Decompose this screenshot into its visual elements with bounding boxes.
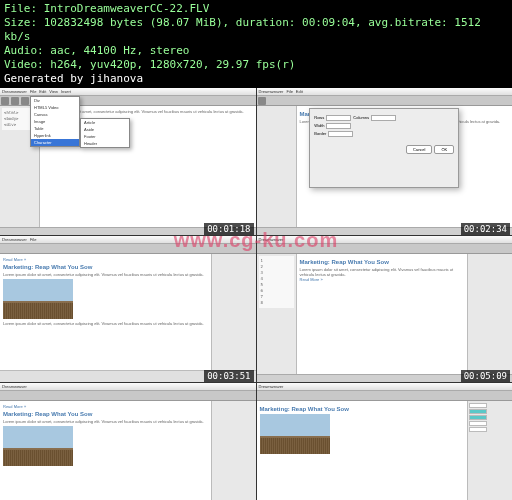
insert-menu[interactable]: Div HTML5 Video Canvas Image Table Hyper… [30,96,80,147]
left-panel[interactable] [257,106,297,227]
right-panel[interactable] [467,254,512,375]
width-input[interactable] [326,123,351,129]
toolbar[interactable] [257,391,513,401]
tool-icon[interactable] [1,97,9,105]
toolbar[interactable] [257,244,513,254]
css-selector[interactable] [469,409,487,414]
wheat-field-image[interactable] [260,414,330,454]
design-view[interactable]: Marketing: Reap What You Sow [257,401,468,500]
cols-input[interactable] [371,115,396,121]
timestamp: 00:03:51 [204,370,253,382]
css-field[interactable] [469,421,487,426]
thumb-1: DreamweaverFileEditViewInsert <html><bod… [0,88,256,235]
thumb-3: DreamweaverFile Read More » Marketing: R… [0,236,256,383]
menubar[interactable]: Dreamweaver [0,383,256,391]
tool-icon[interactable] [258,97,266,105]
timestamp: 00:01:18 [204,223,253,235]
design-view[interactable]: Marketing: Reap What You Sow Lorem ipsum… [297,254,468,375]
menubar[interactable]: DreamweaverFileEditViewInsert [0,88,256,96]
file-line: File: IntroDreamweaverCC-22.FLV [4,2,508,16]
toolbar[interactable] [0,244,256,254]
wheat-field-image[interactable] [3,279,73,319]
timestamp: 00:05:09 [461,370,510,382]
audio-line: Audio: aac, 44100 Hz, stereo [4,44,508,58]
toolbar[interactable] [257,96,513,106]
code-view[interactable]: 12345678 [259,256,294,308]
ok-button[interactable]: OK [434,145,454,154]
thumb-5: Dreamweaver Read More » Marketing: Reap … [0,383,256,500]
file-info-header: File: IntroDreamweaverCC-22.FLV Size: 10… [0,0,512,88]
border-input[interactable] [328,131,353,137]
thumb-4: Dreamweaver 12345678 Marketing: Reap Wha… [257,236,513,383]
thumb-6: Dreamweaver Marketing: Reap What You Sow… [257,383,513,500]
tool-icon[interactable] [11,97,19,105]
css-field[interactable] [469,403,487,408]
right-panel[interactable] [211,254,256,371]
timestamp: 00:02:34 [461,223,510,235]
menubar[interactable]: DreamweaverFile [0,236,256,244]
cancel-button[interactable]: Cancel [406,145,432,154]
wheat-field-image[interactable] [3,426,73,466]
design-view[interactable]: Read More » Marketing: Reap What You Sow… [0,401,211,500]
right-panel[interactable] [211,401,256,500]
design-view[interactable]: Read More » Marketing: Reap What You Sow… [0,254,211,371]
css-panel[interactable] [467,401,512,500]
css-field[interactable] [469,427,487,432]
menubar[interactable]: DreamweaverFileEdit [257,88,513,96]
tool-icon[interactable] [21,97,29,105]
menubar[interactable]: Dreamweaver [257,236,513,244]
rows-input[interactable] [326,115,351,121]
thumb-2: DreamweaverFileEdit Marketing: Reap What… [257,88,513,235]
table-dialog[interactable]: RowsColumns Width Border CancelOK [309,108,459,188]
generated-line: Generated by jihanova [4,72,508,86]
code-panel[interactable]: 12345678 [257,254,297,375]
menubar[interactable]: Dreamweaver [257,383,513,391]
submenu[interactable]: Article Aside Footer Header [80,118,130,148]
css-selector[interactable] [469,415,487,420]
size-line: Size: 102832498 bytes (98.07 MiB), durat… [4,16,508,44]
video-line: Video: h264, yuv420p, 1280x720, 29.97 fp… [4,58,508,72]
thumbnail-grid: DreamweaverFileEditViewInsert <html><bod… [0,88,512,500]
toolbar[interactable] [0,391,256,401]
